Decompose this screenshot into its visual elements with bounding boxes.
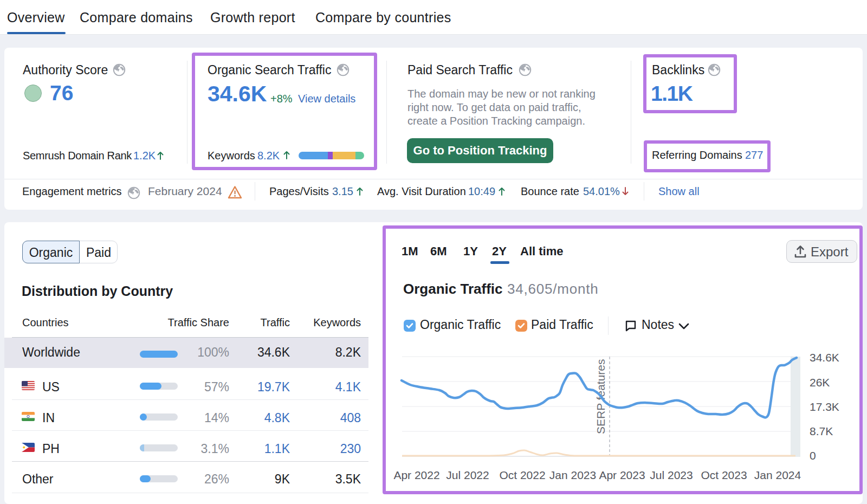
svg-text:Apr 2022: Apr 2022 (393, 469, 439, 481)
svg-text:0: 0 (810, 449, 816, 462)
svg-text:Oct 2022: Oct 2022 (499, 469, 545, 481)
svg-text:Jul 2022: Jul 2022 (446, 469, 489, 481)
svg-text:17.3K: 17.3K (810, 400, 839, 413)
svg-text:Jan 2024: Jan 2024 (754, 469, 801, 481)
svg-text:Jan 2023: Jan 2023 (549, 469, 596, 481)
svg-text:Apr 2023: Apr 2023 (599, 469, 645, 481)
svg-text:8.7K: 8.7K (810, 425, 833, 437)
svg-text:26K: 26K (810, 376, 830, 389)
svg-text:Oct 2023: Oct 2023 (701, 469, 747, 481)
svg-text:34.6K: 34.6K (810, 351, 839, 364)
svg-text:Jul 2023: Jul 2023 (650, 469, 693, 481)
